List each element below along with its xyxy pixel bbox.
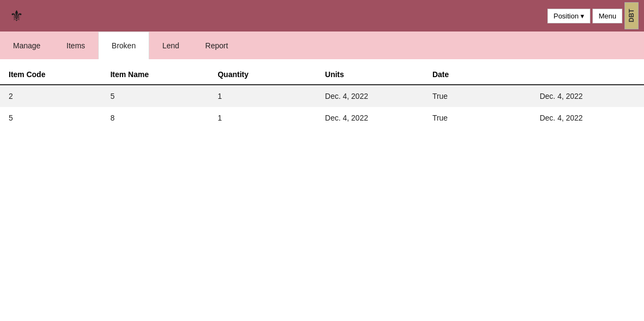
cell-date: True — [424, 107, 531, 129]
menu-button[interactable]: Menu — [592, 9, 622, 23]
table-body: 251Dec. 4, 2022TrueDec. 4, 2022581Dec. 4… — [0, 85, 644, 129]
tab-lend[interactable]: Lend — [149, 32, 192, 59]
cell-date: True — [424, 85, 531, 107]
col-header-date: Date — [424, 65, 531, 85]
broken-items-table: Item Code Item Name Quantity Units Date … — [0, 65, 644, 129]
tab-report[interactable]: Report — [192, 32, 241, 59]
main-content: Item Code Item Name Quantity Units Date … — [0, 59, 644, 129]
cell-item_name: 8 — [101, 107, 209, 129]
tab-items[interactable]: Items — [54, 32, 98, 59]
col-header-item-name: Item Name — [101, 65, 209, 85]
tab-manage[interactable]: Manage — [0, 32, 54, 59]
cell-date2: Dec. 4, 2022 — [531, 85, 644, 107]
cell-item_code: 2 — [0, 85, 101, 107]
col-header-item-code: Item Code — [0, 65, 101, 85]
col-header-quantity: Quantity — [209, 65, 316, 85]
tab-broken[interactable]: Broken — [98, 32, 149, 59]
navigation-bar: Manage Items Broken Lend Report — [0, 32, 644, 59]
position-button[interactable]: Position ▾ — [547, 9, 590, 23]
cell-units: Dec. 4, 2022 — [316, 85, 424, 107]
table-row: 251Dec. 4, 2022TrueDec. 4, 2022 — [0, 85, 644, 107]
cell-item_name: 5 — [101, 85, 209, 107]
cell-quantity: 1 — [209, 107, 316, 129]
app-logo: ⚜ — [5, 5, 28, 27]
cell-item_code: 5 — [0, 107, 101, 129]
dbt-badge: DBT — [624, 2, 639, 29]
table-row: 581Dec. 4, 2022TrueDec. 4, 2022 — [0, 107, 644, 129]
position-label: Position — [553, 12, 578, 20]
cell-units: Dec. 4, 2022 — [316, 107, 424, 129]
col-header-units: Units — [316, 65, 424, 85]
cell-date2: Dec. 4, 2022 — [531, 107, 644, 129]
cell-quantity: 1 — [209, 85, 316, 107]
table-header-row: Item Code Item Name Quantity Units Date — [0, 65, 644, 85]
header-actions: Position ▾ Menu DBT — [547, 2, 639, 29]
app-header: ⚜ Position ▾ Menu DBT — [0, 0, 644, 32]
dropdown-arrow-icon: ▾ — [581, 12, 584, 20]
col-header-date2 — [531, 65, 644, 85]
